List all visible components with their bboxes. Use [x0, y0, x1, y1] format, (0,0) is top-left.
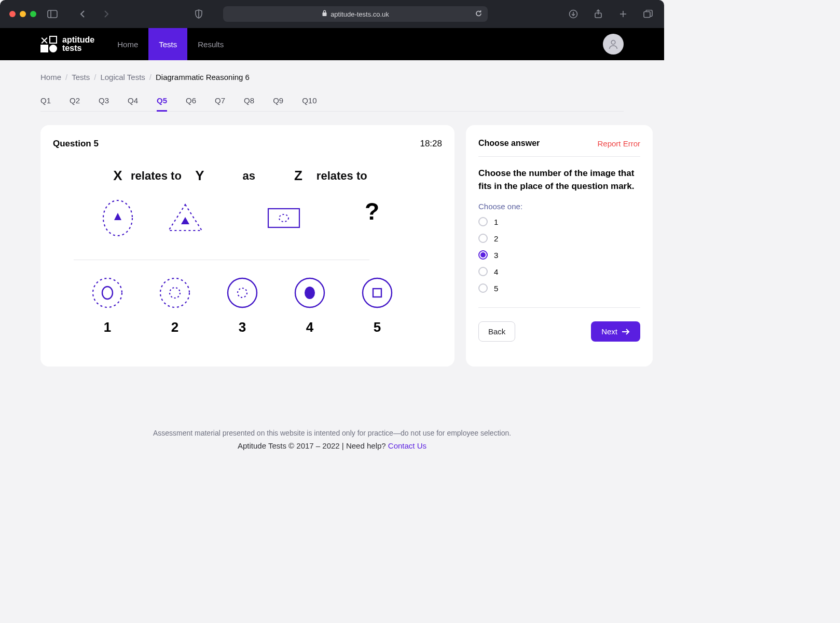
brand-icon [40, 36, 57, 52]
tab-q6[interactable]: Q6 [186, 91, 196, 111]
tabs-overview-icon[interactable] [641, 7, 655, 21]
radio-icon [478, 250, 488, 260]
nav-item-results[interactable]: Results [187, 28, 234, 60]
tab-q5[interactable]: Q5 [157, 91, 167, 111]
puzzle-question-mark: ? [338, 197, 406, 239]
question-card: Question 5 18:28 X relates to Y as Z rel… [40, 125, 455, 367]
nav-items: Home Tests Results [107, 28, 234, 60]
svg-marker-15 [181, 217, 189, 224]
radio-icon [478, 234, 488, 243]
nav-item-tests[interactable]: Tests [148, 28, 187, 60]
report-error-link[interactable]: Report Error [597, 139, 640, 148]
answer-option-1[interactable]: 1 [478, 217, 640, 226]
svg-point-11 [611, 40, 615, 45]
svg-point-25 [305, 287, 315, 299]
footer-disclaimer: Assessment material presented on this we… [40, 429, 624, 437]
puzzle-word-as: as [233, 169, 265, 183]
puzzle-shape-x [84, 197, 152, 239]
brand-logo[interactable]: aptitudetests [40, 36, 94, 52]
puzzle-area: X relates to Y as Z relates to [53, 149, 442, 341]
puzzle-option-1: 1 [74, 275, 141, 335]
nav-forward-icon[interactable] [100, 7, 113, 21]
answer-option-4[interactable]: 4 [478, 267, 640, 276]
answer-option-3[interactable]: 3 [478, 250, 640, 260]
nav-item-home[interactable]: Home [107, 28, 148, 60]
tab-q3[interactable]: Q3 [99, 91, 109, 111]
site-topnav: aptitudetests Home Tests Results [0, 28, 664, 60]
window-close-button[interactable] [9, 11, 16, 17]
radio-icon [478, 283, 488, 293]
puzzle-option-5: 5 [343, 275, 411, 335]
tab-q10[interactable]: Q10 [302, 91, 316, 111]
window-zoom-button[interactable] [30, 11, 36, 17]
svg-rect-3 [323, 12, 327, 16]
reload-icon[interactable] [475, 9, 483, 19]
new-tab-icon[interactable] [616, 7, 630, 21]
crumb-tests[interactable]: Tests [72, 73, 90, 82]
svg-rect-27 [373, 289, 381, 297]
footer-copyright: Aptitude Tests © 2017 – 2022 | Need help… [238, 441, 388, 450]
window-controls [9, 11, 36, 17]
puzzle-option-2: 2 [141, 275, 209, 335]
svg-point-19 [102, 287, 113, 299]
radio-icon [478, 217, 488, 226]
puzzle-letter-y: Y [166, 168, 233, 184]
timer: 18:28 [420, 139, 442, 149]
site-footer: Assessment material presented on this we… [40, 429, 624, 450]
answer-card: Choose answer Report Error Choose the nu… [466, 125, 653, 367]
svg-rect-0 [48, 10, 57, 18]
crumb-home[interactable]: Home [40, 73, 61, 82]
puzzle-word-relates2: relates to [316, 169, 367, 183]
downloads-icon[interactable] [567, 7, 580, 21]
svg-point-23 [238, 288, 247, 297]
svg-point-18 [93, 278, 122, 307]
question-tabs: Q1 Q2 Q3 Q4 Q5 Q6 Q7 Q8 Q9 Q10 [40, 91, 624, 112]
tab-q2[interactable]: Q2 [70, 91, 80, 111]
avatar[interactable] [603, 34, 624, 55]
answer-option-2[interactable]: 2 [478, 234, 640, 243]
choose-one-label: Choose one: [478, 202, 640, 211]
puzzle-option-3: 3 [209, 275, 276, 335]
tab-q8[interactable]: Q8 [244, 91, 254, 111]
browser-chrome: aptitude-tests.co.uk [0, 0, 664, 28]
next-button[interactable]: Next [591, 321, 640, 342]
svg-rect-16 [268, 209, 299, 227]
tab-q1[interactable]: Q1 [40, 91, 51, 111]
svg-point-17 [279, 214, 288, 222]
answer-options: 1 2 3 4 5 [478, 217, 640, 293]
svg-point-26 [363, 278, 392, 307]
breadcrumb: Home/ Tests/ Logical Tests/ Diagrammatic… [40, 73, 624, 82]
answer-option-5[interactable]: 5 [478, 283, 640, 293]
arrow-right-icon [622, 328, 630, 335]
puzzle-shape-y [152, 197, 219, 239]
puzzle-option-4: 4 [276, 275, 343, 335]
tab-q4[interactable]: Q4 [128, 91, 138, 111]
crumb-current: Diagrammatic Reasoning 6 [156, 73, 250, 82]
svg-rect-10 [644, 12, 650, 18]
svg-point-20 [160, 278, 189, 307]
puzzle-shape-z [250, 197, 318, 239]
brand-text: aptitudetests [62, 36, 94, 52]
tab-q7[interactable]: Q7 [215, 91, 225, 111]
radio-icon [478, 267, 488, 276]
answer-title: Choose answer [478, 139, 540, 148]
url-text: aptitude-tests.co.uk [331, 10, 389, 18]
back-button[interactable]: Back [478, 321, 515, 342]
svg-point-21 [170, 288, 180, 298]
window-minimize-button[interactable] [20, 11, 26, 17]
user-icon [608, 38, 619, 50]
svg-point-22 [228, 278, 257, 307]
tab-q9[interactable]: Q9 [273, 91, 283, 111]
svg-marker-13 [114, 213, 121, 220]
sidebar-toggle-icon[interactable] [46, 7, 59, 21]
share-icon[interactable] [591, 7, 605, 21]
shield-icon[interactable] [192, 7, 205, 21]
url-bar[interactable]: aptitude-tests.co.uk [223, 6, 488, 22]
question-label: Question 5 [53, 139, 99, 149]
answer-prompt: Choose the number of the image that fits… [478, 167, 640, 193]
footer-contact-link[interactable]: Contact Us [388, 441, 426, 450]
nav-back-icon[interactable] [76, 7, 89, 21]
lock-icon [322, 10, 327, 18]
crumb-logical[interactable]: Logical Tests [100, 73, 145, 82]
